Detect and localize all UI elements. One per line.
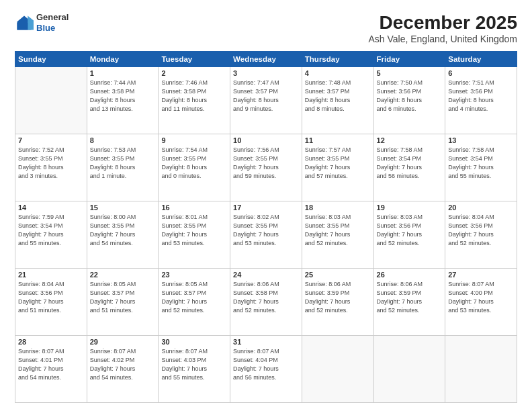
day-info: Sunrise: 7:56 AMSunset: 3:55 PMDaylight:… (233, 146, 299, 181)
calendar-day-cell: 7Sunrise: 7:52 AMSunset: 3:55 PMDaylight… (15, 134, 87, 201)
calendar-day-cell: 14Sunrise: 7:59 AMSunset: 3:54 PMDayligh… (15, 201, 87, 269)
day-number: 3 (233, 69, 299, 77)
calendar-day-cell: 5Sunrise: 7:50 AMSunset: 3:56 PMDaylight… (373, 67, 445, 134)
day-number: 17 (233, 203, 299, 212)
calendar-day-cell: 22Sunrise: 8:05 AMSunset: 3:57 PMDayligh… (87, 269, 159, 336)
subtitle: Ash Vale, England, United Kingdom (368, 34, 517, 44)
day-number: 16 (161, 203, 227, 212)
day-info: Sunrise: 8:07 AMSunset: 4:03 PMDaylight:… (161, 347, 227, 382)
logo-line2: Blue (36, 23, 69, 34)
day-info: Sunrise: 8:05 AMSunset: 3:57 PMDaylight:… (90, 280, 156, 315)
day-info: Sunrise: 7:47 AMSunset: 3:57 PMDaylight:… (233, 79, 299, 113)
calendar-body: 1Sunrise: 7:44 AMSunset: 3:58 PMDaylight… (15, 67, 517, 403)
logo-icon (15, 13, 34, 32)
day-number: 8 (90, 136, 156, 144)
calendar-day-cell: 18Sunrise: 8:03 AMSunset: 3:55 PMDayligh… (302, 201, 373, 269)
day-number: 18 (305, 203, 371, 212)
calendar-header-row: SundayMondayTuesdayWednesdayThursdayFrid… (15, 52, 517, 67)
day-info: Sunrise: 7:46 AMSunset: 3:58 PMDaylight:… (161, 79, 227, 113)
calendar-day-cell: 12Sunrise: 7:58 AMSunset: 3:54 PMDayligh… (373, 134, 445, 201)
calendar-day-cell: 6Sunrise: 7:51 AMSunset: 3:56 PMDaylight… (445, 67, 517, 134)
calendar-day-cell: 30Sunrise: 8:07 AMSunset: 4:03 PMDayligh… (159, 336, 230, 403)
day-info: Sunrise: 8:06 AMSunset: 3:58 PMDaylight:… (233, 280, 299, 315)
day-info: Sunrise: 7:54 AMSunset: 3:55 PMDaylight:… (161, 146, 227, 181)
calendar-week-row: 21Sunrise: 8:04 AMSunset: 3:56 PMDayligh… (15, 269, 517, 336)
calendar-day-cell: 13Sunrise: 7:58 AMSunset: 3:54 PMDayligh… (445, 134, 517, 201)
calendar-day-cell: 29Sunrise: 8:07 AMSunset: 4:02 PMDayligh… (87, 336, 159, 403)
day-number: 30 (161, 338, 227, 346)
calendar-day-cell (373, 336, 445, 403)
logo-text: General Blue (36, 12, 69, 33)
day-number: 26 (377, 271, 443, 279)
day-info: Sunrise: 7:44 AMSunset: 3:58 PMDaylight:… (90, 79, 156, 113)
calendar-day-cell: 27Sunrise: 8:07 AMSunset: 4:00 PMDayligh… (445, 269, 517, 336)
day-number: 9 (161, 136, 227, 144)
day-number: 5 (377, 69, 443, 77)
calendar-day-cell: 19Sunrise: 8:03 AMSunset: 3:56 PMDayligh… (373, 201, 445, 269)
day-info: Sunrise: 8:03 AMSunset: 3:55 PMDaylight:… (305, 213, 371, 248)
calendar-day-cell: 21Sunrise: 8:04 AMSunset: 3:56 PMDayligh… (15, 269, 87, 336)
day-number: 23 (161, 271, 227, 279)
calendar-day-cell: 8Sunrise: 7:53 AMSunset: 3:55 PMDaylight… (87, 134, 159, 201)
day-number: 15 (90, 203, 156, 212)
calendar-day-cell (302, 336, 373, 403)
calendar-day-cell: 24Sunrise: 8:06 AMSunset: 3:58 PMDayligh… (230, 269, 302, 336)
day-number: 25 (305, 271, 371, 279)
day-info: Sunrise: 8:06 AMSunset: 3:59 PMDaylight:… (305, 280, 371, 315)
day-info: Sunrise: 7:50 AMSunset: 3:56 PMDaylight:… (377, 79, 443, 113)
day-info: Sunrise: 7:52 AMSunset: 3:55 PMDaylight:… (18, 146, 84, 181)
logo-line1: General (36, 12, 69, 23)
day-info: Sunrise: 8:01 AMSunset: 3:55 PMDaylight:… (161, 213, 227, 248)
calendar-day-cell: 4Sunrise: 7:48 AMSunset: 3:57 PMDaylight… (302, 67, 373, 134)
day-number: 6 (448, 69, 514, 77)
calendar-header-cell: Monday (87, 52, 159, 67)
calendar-day-cell: 15Sunrise: 8:00 AMSunset: 3:55 PMDayligh… (87, 201, 159, 269)
day-number: 20 (448, 203, 514, 212)
day-number: 24 (233, 271, 299, 279)
day-number: 11 (305, 136, 371, 144)
calendar-week-row: 14Sunrise: 7:59 AMSunset: 3:54 PMDayligh… (15, 201, 517, 269)
day-info: Sunrise: 7:57 AMSunset: 3:55 PMDaylight:… (305, 146, 371, 181)
calendar-week-row: 1Sunrise: 7:44 AMSunset: 3:58 PMDaylight… (15, 67, 517, 134)
calendar-header-cell: Thursday (302, 52, 373, 67)
day-number: 4 (305, 69, 371, 77)
calendar-week-row: 28Sunrise: 8:07 AMSunset: 4:01 PMDayligh… (15, 336, 517, 403)
calendar-header-cell: Saturday (445, 52, 517, 67)
day-number: 7 (18, 136, 84, 144)
day-number: 19 (377, 203, 443, 212)
calendar-day-cell: 17Sunrise: 8:02 AMSunset: 3:55 PMDayligh… (230, 201, 302, 269)
day-number: 12 (377, 136, 443, 144)
calendar-day-cell: 25Sunrise: 8:06 AMSunset: 3:59 PMDayligh… (302, 269, 373, 336)
calendar-day-cell: 3Sunrise: 7:47 AMSunset: 3:57 PMDaylight… (230, 67, 302, 134)
calendar-day-cell: 1Sunrise: 7:44 AMSunset: 3:58 PMDaylight… (87, 67, 159, 134)
day-info: Sunrise: 7:58 AMSunset: 3:54 PMDaylight:… (377, 146, 443, 181)
day-info: Sunrise: 8:07 AMSunset: 4:02 PMDaylight:… (90, 347, 156, 382)
calendar-header-cell: Tuesday (159, 52, 230, 67)
calendar-day-cell: 23Sunrise: 8:05 AMSunset: 3:57 PMDayligh… (159, 269, 230, 336)
day-info: Sunrise: 8:07 AMSunset: 4:01 PMDaylight:… (18, 347, 84, 382)
day-number: 27 (448, 271, 514, 279)
calendar-day-cell: 10Sunrise: 7:56 AMSunset: 3:55 PMDayligh… (230, 134, 302, 201)
day-info: Sunrise: 8:02 AMSunset: 3:55 PMDaylight:… (233, 213, 299, 248)
day-info: Sunrise: 7:48 AMSunset: 3:57 PMDaylight:… (305, 79, 371, 113)
logo: General Blue (15, 12, 69, 33)
day-info: Sunrise: 8:04 AMSunset: 3:56 PMDaylight:… (18, 280, 84, 315)
header: General Blue December 2025 Ash Vale, Eng… (15, 12, 517, 44)
day-number: 14 (18, 203, 84, 212)
calendar-day-cell: 28Sunrise: 8:07 AMSunset: 4:01 PMDayligh… (15, 336, 87, 403)
calendar-day-cell: 31Sunrise: 8:07 AMSunset: 4:04 PMDayligh… (230, 336, 302, 403)
calendar-day-cell: 2Sunrise: 7:46 AMSunset: 3:58 PMDaylight… (159, 67, 230, 134)
day-number: 22 (90, 271, 156, 279)
svg-marker-1 (28, 15, 34, 30)
calendar-week-row: 7Sunrise: 7:52 AMSunset: 3:55 PMDaylight… (15, 134, 517, 201)
day-info: Sunrise: 7:53 AMSunset: 3:55 PMDaylight:… (90, 146, 156, 181)
day-number: 29 (90, 338, 156, 346)
calendar-day-cell: 26Sunrise: 8:06 AMSunset: 3:59 PMDayligh… (373, 269, 445, 336)
day-info: Sunrise: 8:05 AMSunset: 3:57 PMDaylight:… (161, 280, 227, 315)
svg-rect-2 (17, 23, 28, 30)
day-info: Sunrise: 8:00 AMSunset: 3:55 PMDaylight:… (90, 213, 156, 248)
day-number: 2 (161, 69, 227, 77)
calendar-header-cell: Friday (373, 52, 445, 67)
calendar-day-cell: 20Sunrise: 8:04 AMSunset: 3:56 PMDayligh… (445, 201, 517, 269)
calendar-day-cell: 11Sunrise: 7:57 AMSunset: 3:55 PMDayligh… (302, 134, 373, 201)
